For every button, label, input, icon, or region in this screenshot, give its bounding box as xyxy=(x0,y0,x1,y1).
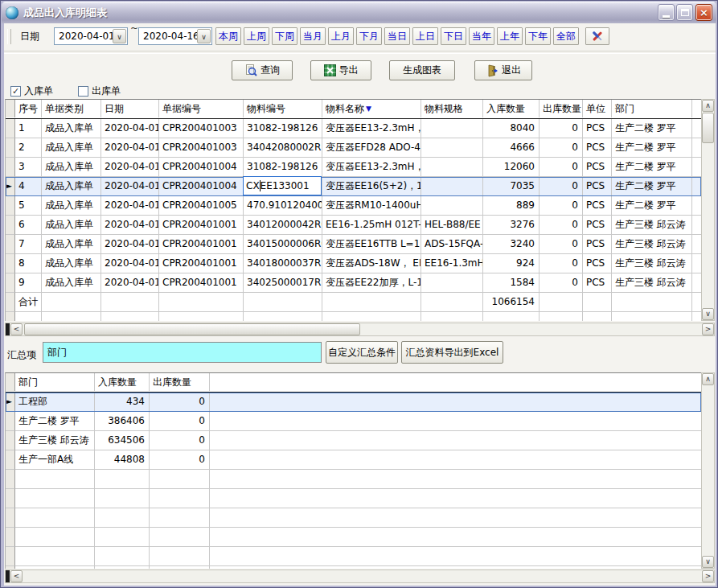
cell[interactable]: CPR200401003 xyxy=(159,119,244,138)
cell[interactable]: PCS xyxy=(583,216,612,235)
cell[interactable]: PCS xyxy=(583,196,612,216)
cell[interactable]: 0 xyxy=(540,254,583,273)
cell[interactable]: 0 xyxy=(540,177,583,196)
scroll-down-button[interactable]: ∨ xyxy=(702,556,714,568)
cell[interactable]: 31082-198126 xyxy=(244,158,322,177)
outbound-filter-checkbox[interactable]: 出库单 xyxy=(78,84,121,98)
cell[interactable]: 0 xyxy=(540,273,583,293)
cell[interactable]: 34018000037R xyxy=(244,254,322,273)
column-header[interactable]: 单位 xyxy=(583,100,612,117)
cell[interactable]: 0 xyxy=(540,216,583,235)
range-button-5[interactable]: 上月 xyxy=(328,27,354,45)
range-button-2[interactable]: 上周 xyxy=(244,27,269,45)
main-horizontal-scrollbar[interactable]: < > xyxy=(5,323,715,336)
scroll-down-button[interactable]: ∨ xyxy=(702,308,714,320)
cell[interactable]: 34015000006R6 xyxy=(244,235,322,254)
cell[interactable]: 0 xyxy=(540,119,583,138)
cell[interactable]: 成品入库单 xyxy=(42,177,101,196)
horizontal-scroll-thumb[interactable] xyxy=(24,323,360,335)
cell[interactable]: 34042080002R xyxy=(244,138,322,158)
cell[interactable]: 成品入库单 xyxy=(42,138,101,158)
cell[interactable]: 生产二楼 罗平 xyxy=(612,158,692,177)
cell[interactable]: 0 xyxy=(150,431,210,450)
cell-filler[interactable] xyxy=(210,431,701,450)
cell-filler[interactable] xyxy=(210,412,701,431)
column-header[interactable]: 入库数量 xyxy=(483,100,540,117)
range-button-3[interactable]: 下周 xyxy=(272,27,297,45)
cell-filler[interactable] xyxy=(692,235,701,254)
column-header[interactable]: 出库数量 xyxy=(150,373,210,391)
cell[interactable]: 470.9101204005 xyxy=(244,196,322,216)
column-header[interactable]: 入库数量 xyxy=(95,373,150,391)
inbound-filter-checkbox[interactable]: ✓ 入库单 xyxy=(10,84,53,98)
cell[interactable]: 2020-04-01 xyxy=(101,158,159,177)
row-indicator[interactable]: ► xyxy=(6,177,15,196)
row-indicator[interactable] xyxy=(6,119,15,138)
cell[interactable]: 34025000017R xyxy=(244,273,322,293)
cell[interactable]: 2020-04-01 xyxy=(101,177,159,196)
cell[interactable]: 889 xyxy=(483,196,540,216)
cell[interactable]: 生产一部A线 xyxy=(15,450,95,470)
cell[interactable]: CPR200401001 xyxy=(159,216,244,235)
cell[interactable]: HEL-B88/EE xyxy=(421,216,483,235)
cell[interactable]: 2 xyxy=(15,138,42,158)
cell[interactable]: CPR200401003 xyxy=(159,138,244,158)
cell[interactable]: 34012000042R6 xyxy=(244,216,322,235)
row-indicator[interactable] xyxy=(6,450,15,470)
range-button-7[interactable]: 当日 xyxy=(384,27,410,45)
chevron-down-icon[interactable]: ∨ xyxy=(197,29,211,43)
row-indicator[interactable] xyxy=(6,412,15,431)
cell[interactable]: EE16-1.3mH xyxy=(421,254,483,273)
cell[interactable]: 2020-04-01 xyxy=(101,235,159,254)
cell[interactable]: 31082-198126 xyxy=(244,119,322,138)
row-indicator[interactable]: ► xyxy=(6,393,15,412)
cell[interactable]: 2020-04-01 xyxy=(101,138,159,158)
column-header[interactable]: 单据编号 xyxy=(159,100,244,117)
range-button-4[interactable]: 当月 xyxy=(300,27,326,45)
scroll-right-button[interactable]: > xyxy=(702,323,714,335)
cell-filler[interactable] xyxy=(692,119,701,138)
cell[interactable]: CXEE133001 xyxy=(244,177,322,196)
cell[interactable] xyxy=(421,119,483,138)
column-header[interactable]: 序号 xyxy=(15,100,42,117)
cell[interactable]: 生产三楼 邱云涛 xyxy=(612,254,692,273)
query-button[interactable]: 查询 xyxy=(232,60,293,80)
row-indicator[interactable] xyxy=(6,216,15,235)
row-indicator[interactable] xyxy=(6,235,15,254)
cell[interactable]: 生产三楼 邱云涛 xyxy=(612,273,692,293)
cell[interactable]: CPR200401001 xyxy=(159,254,244,273)
export-button[interactable]: 导出 xyxy=(310,60,371,80)
summary-export-button[interactable]: 汇总资料导出到Excel xyxy=(401,341,503,364)
cell[interactable]: 8040 xyxy=(483,119,540,138)
cell-editor[interactable]: CXEE133001 xyxy=(243,176,322,195)
cell[interactable]: 变压器EE16TTB L=1.6 xyxy=(322,235,421,254)
cell[interactable]: 3276 xyxy=(483,216,540,235)
custom-summary-button[interactable]: 自定义汇总条件 xyxy=(326,341,398,364)
cell[interactable]: 生产三楼 邱云涛 xyxy=(15,431,95,450)
cell[interactable]: 2020-04-01 xyxy=(101,216,159,235)
range-button-8[interactable]: 上日 xyxy=(412,27,438,45)
scroll-right-button[interactable]: > xyxy=(702,570,714,582)
generate-chart-button[interactable]: 生成图表 xyxy=(389,60,455,80)
row-indicator[interactable] xyxy=(6,273,15,293)
cell[interactable] xyxy=(421,158,483,177)
cell[interactable]: 成品入库单 xyxy=(42,216,101,235)
cell[interactable]: 924 xyxy=(483,254,540,273)
cell[interactable]: 成品入库单 xyxy=(42,254,101,273)
cell[interactable]: 生产三楼 邱云涛 xyxy=(612,235,692,254)
row-indicator[interactable] xyxy=(6,138,15,158)
row-indicator[interactable] xyxy=(6,158,15,177)
cell[interactable]: 8 xyxy=(15,254,42,273)
summary-vertical-scrollbar[interactable]: ∧ ∨ xyxy=(701,372,715,569)
cell[interactable]: ADS-15FQA- xyxy=(421,235,483,254)
row-indicator[interactable] xyxy=(6,254,15,273)
cell-filler[interactable] xyxy=(692,254,701,273)
column-header[interactable]: 部门 xyxy=(612,100,692,117)
cell[interactable]: 变压器EE13-2.3mH， xyxy=(322,119,421,138)
cell[interactable]: 成品入库单 xyxy=(42,196,101,216)
cell[interactable]: 生产二楼 罗平 xyxy=(612,119,692,138)
column-header[interactable]: 物料规格 xyxy=(421,100,483,117)
scroll-left-button[interactable]: < xyxy=(10,570,23,582)
cell[interactable]: CPR200401004 xyxy=(159,177,244,196)
cell[interactable]: 成品入库单 xyxy=(42,235,101,254)
